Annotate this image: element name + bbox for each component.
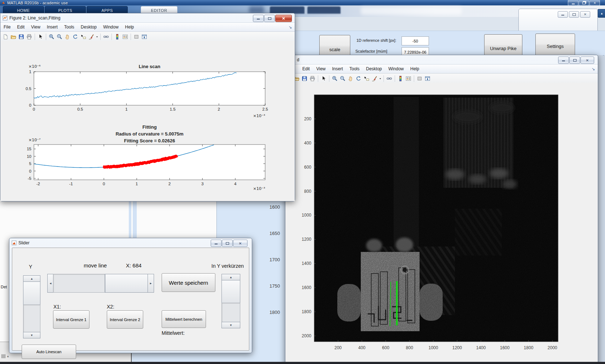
- svg-text:800: 800: [406, 345, 413, 350]
- rotate-3d-icon[interactable]: [355, 75, 363, 82]
- y-slider-thumb[interactable]: [23, 281, 40, 305]
- blurred-tab: [270, 6, 304, 14]
- insert-colorbar-icon[interactable]: [113, 33, 121, 40]
- svg-text:1.5: 1.5: [170, 107, 176, 111]
- figure-image-restore-button[interactable]: [569, 57, 580, 64]
- resize-gripper[interactable]: ▲: [1, 354, 9, 358]
- menu-item-window[interactable]: Window: [100, 25, 122, 30]
- menu-item-tools[interactable]: Tools: [346, 66, 363, 71]
- menu-item-edit[interactable]: Edit: [299, 66, 313, 71]
- svg-text:600: 600: [382, 345, 389, 350]
- toolbar-separator: [329, 75, 329, 82]
- pan-hand-icon[interactable]: [347, 75, 355, 82]
- svg-text:2000: 2000: [302, 333, 311, 338]
- hide-plot-tools-icon[interactable]: [416, 75, 424, 82]
- link-plots-icon[interactable]: [102, 33, 110, 40]
- interval-grenze-1-button[interactable]: Interval Grenze 1: [53, 310, 89, 329]
- main-close-button[interactable]: ✕: [589, 0, 600, 6]
- doc-restore-button[interactable]: [569, 11, 579, 18]
- save-icon[interactable]: [301, 75, 308, 82]
- menu-item-help[interactable]: Help: [122, 25, 137, 30]
- insert-legend-icon[interactable]: [404, 75, 412, 82]
- x-slider-trough[interactable]: [53, 274, 105, 293]
- settings-button[interactable]: Settings: [535, 34, 575, 56]
- dock-figure-icon[interactable]: [140, 33, 148, 40]
- y-slider-trough[interactable]: [23, 305, 40, 333]
- slider-minimize-button[interactable]: [211, 240, 222, 247]
- figure2-titlebar[interactable]: Figure 2: Line_scan,Fitting ✕: [0, 13, 295, 22]
- svg-text:600: 600: [304, 165, 311, 170]
- auto-linescan-button[interactable]: Auto Linescan: [22, 345, 76, 359]
- in-y-slider-thumb[interactable]: [222, 280, 240, 303]
- wafer-image[interactable]: [314, 95, 558, 342]
- print-icon[interactable]: [308, 75, 316, 82]
- figure2-minimize-button[interactable]: [253, 15, 264, 22]
- zoom-in-icon[interactable]: [331, 75, 339, 82]
- figure2-restore-button[interactable]: [264, 15, 275, 22]
- pan-hand-icon[interactable]: [63, 33, 71, 40]
- print-icon[interactable]: [25, 33, 33, 40]
- x-slider-right-button[interactable]: ►: [148, 274, 154, 293]
- cursor-arrow-icon[interactable]: [36, 33, 44, 40]
- menu-item-window[interactable]: Window: [385, 66, 407, 71]
- ribbon-collapse-tab[interactable]: ▲: [598, 9, 605, 18]
- insert-colorbar-icon[interactable]: [396, 75, 404, 82]
- save-icon[interactable]: [17, 33, 25, 40]
- menu-item-desktop[interactable]: Desktop: [78, 25, 100, 30]
- zoom-out-icon[interactable]: [56, 33, 63, 40]
- doc-minimize-button[interactable]: [558, 11, 568, 18]
- toolbar-separator: [111, 34, 112, 40]
- matlab-app-icon: [12, 240, 17, 245]
- x-slider-thumb[interactable]: [105, 274, 148, 293]
- figure-image-close-button[interactable]: ✕: [580, 57, 594, 64]
- figure-image-minimize-button[interactable]: [558, 57, 569, 64]
- zoom-in-icon[interactable]: [48, 33, 56, 40]
- open-folder-icon[interactable]: [9, 33, 17, 40]
- menu-item-view[interactable]: View: [313, 66, 329, 71]
- menu-item-desktop[interactable]: Desktop: [363, 66, 385, 71]
- doc-close-button[interactable]: ✕: [580, 11, 590, 18]
- ref-shift-field[interactable]: -50: [402, 36, 429, 45]
- menu-item-file[interactable]: File: [0, 25, 14, 30]
- data-cursor-icon[interactable]: [363, 75, 371, 82]
- cursor-arrow-icon[interactable]: [320, 75, 328, 82]
- brush-icon[interactable]: [87, 33, 95, 40]
- figure-image-titlebar[interactable]: d ✕: [285, 55, 598, 64]
- hide-plot-tools-icon[interactable]: [132, 33, 140, 40]
- dock-figure-icon[interactable]: [424, 75, 431, 82]
- rotate-3d-icon[interactable]: [71, 33, 79, 40]
- menu-item-edit[interactable]: Edit: [14, 25, 28, 30]
- menu-item-tools[interactable]: Tools: [61, 25, 78, 30]
- slider-close-button[interactable]: ✕: [233, 240, 247, 247]
- brush-icon[interactable]: [371, 75, 378, 82]
- figure2-close-button[interactable]: ✕: [275, 15, 292, 22]
- menu-item-view[interactable]: View: [28, 25, 44, 30]
- in-y-slider-down-button[interactable]: ▼: [222, 322, 240, 328]
- zoom-out-icon[interactable]: [339, 75, 347, 82]
- svg-text:400: 400: [304, 141, 311, 146]
- menu-item-insert[interactable]: Insert: [329, 66, 346, 71]
- menu-item-insert[interactable]: Insert: [44, 25, 61, 30]
- in-y-slider-trough[interactable]: [222, 303, 240, 323]
- mittelwert-berechnen-button[interactable]: Mittelwert berechnen: [162, 310, 206, 328]
- svg-text:0: 0: [103, 182, 105, 186]
- caret-down-icon[interactable]: [95, 33, 99, 40]
- main-minimize-button[interactable]: [568, 0, 578, 6]
- insert-legend-icon[interactable]: [121, 33, 129, 40]
- werte-speichern-button[interactable]: Werte speichern: [162, 273, 215, 292]
- y-slider-down-button[interactable]: ▼: [23, 332, 40, 338]
- dock-arrow-icon[interactable]: ↘: [289, 25, 292, 30]
- link-plots-icon[interactable]: [385, 75, 393, 82]
- slider-restore-button[interactable]: [222, 240, 233, 247]
- svg-text:0: 0: [33, 107, 35, 111]
- svg-text:2: 2: [168, 182, 171, 186]
- menu-item-help[interactable]: Help: [407, 66, 422, 71]
- data-cursor-icon[interactable]: [79, 33, 87, 40]
- interval-grenze-2-button[interactable]: Interval Grenze 2: [107, 310, 143, 329]
- caret-down-icon[interactable]: [378, 75, 382, 82]
- new-document-icon[interactable]: [1, 33, 9, 40]
- slider-titlebar[interactable]: Slider ✕: [9, 238, 252, 247]
- unwrap-pike-button[interactable]: Unwrap Pike: [484, 34, 522, 57]
- main-restore-button[interactable]: [579, 0, 589, 6]
- dock-arrow-icon[interactable]: ↘: [592, 67, 595, 71]
